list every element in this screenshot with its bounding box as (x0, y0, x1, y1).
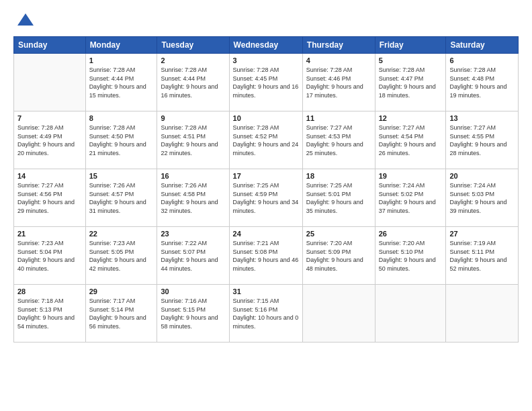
header-cell-sunday: Sunday (14, 37, 86, 54)
day-number: 7 (17, 114, 82, 122)
day-number: 18 (306, 172, 371, 180)
day-number: 1 (89, 56, 154, 64)
day-info: Sunrise: 7:28 AMSunset: 4:44 PMDaylight:… (89, 66, 154, 99)
day-number: 31 (233, 287, 299, 295)
day-info: Sunrise: 7:26 AMSunset: 4:58 PMDaylight:… (161, 181, 225, 215)
day-cell: 27Sunrise: 7:19 AMSunset: 5:11 PMDayligh… (446, 227, 519, 285)
logo-icon (16, 11, 35, 30)
day-info: Sunrise: 7:15 AMSunset: 5:16 PMDaylight:… (233, 297, 299, 330)
header-cell-tuesday: Tuesday (157, 37, 229, 54)
day-cell: 5Sunrise: 7:28 AMSunset: 4:47 PMDaylight… (375, 54, 446, 111)
day-cell (14, 54, 86, 111)
day-info: Sunrise: 7:23 AMSunset: 5:05 PMDaylight:… (89, 239, 154, 273)
day-cell: 1Sunrise: 7:28 AMSunset: 4:44 PMDaylight… (85, 54, 157, 111)
day-cell: 26Sunrise: 7:20 AMSunset: 5:10 PMDayligh… (375, 227, 446, 285)
day-info: Sunrise: 7:16 AMSunset: 5:15 PMDaylight:… (161, 297, 225, 330)
day-info: Sunrise: 7:28 AMSunset: 4:49 PMDaylight:… (17, 124, 82, 157)
day-cell: 17Sunrise: 7:25 AMSunset: 4:59 PMDayligh… (229, 169, 302, 227)
day-info: Sunrise: 7:28 AMSunset: 4:46 PMDaylight:… (306, 66, 371, 99)
day-cell: 15Sunrise: 7:26 AMSunset: 4:57 PMDayligh… (85, 169, 157, 227)
day-cell: 6Sunrise: 7:28 AMSunset: 4:48 PMDaylight… (446, 54, 519, 111)
day-number: 24 (233, 230, 299, 238)
day-info: Sunrise: 7:27 AMSunset: 4:54 PMDaylight:… (379, 124, 443, 157)
day-number: 26 (379, 230, 443, 238)
week-row-2: 7Sunrise: 7:28 AMSunset: 4:49 PMDaylight… (14, 111, 519, 169)
day-cell: 14Sunrise: 7:27 AMSunset: 4:56 PMDayligh… (14, 169, 86, 227)
week-row-4: 21Sunrise: 7:23 AMSunset: 5:04 PMDayligh… (14, 227, 519, 285)
day-number: 25 (306, 230, 371, 238)
day-cell: 28Sunrise: 7:18 AMSunset: 5:13 PMDayligh… (14, 285, 86, 342)
day-cell: 25Sunrise: 7:20 AMSunset: 5:09 PMDayligh… (302, 227, 375, 285)
day-cell: 11Sunrise: 7:27 AMSunset: 4:53 PMDayligh… (302, 111, 375, 169)
day-number: 21 (17, 230, 82, 238)
header-cell-monday: Monday (85, 37, 157, 54)
day-number: 27 (449, 230, 515, 238)
day-info: Sunrise: 7:27 AMSunset: 4:53 PMDaylight:… (306, 124, 371, 157)
day-cell (302, 285, 375, 342)
day-number: 20 (449, 172, 515, 180)
logo (13, 11, 35, 30)
day-info: Sunrise: 7:28 AMSunset: 4:51 PMDaylight:… (161, 124, 225, 157)
day-info: Sunrise: 7:27 AMSunset: 4:56 PMDaylight:… (17, 181, 82, 215)
day-info: Sunrise: 7:28 AMSunset: 4:48 PMDaylight:… (449, 66, 515, 99)
day-cell: 31Sunrise: 7:15 AMSunset: 5:16 PMDayligh… (229, 285, 302, 342)
day-cell (446, 285, 519, 342)
day-info: Sunrise: 7:22 AMSunset: 5:07 PMDaylight:… (161, 239, 225, 273)
day-number: 3 (233, 56, 299, 64)
page: SundayMondayTuesdayWednesdayThursdayFrid… (0, 0, 532, 411)
day-info: Sunrise: 7:20 AMSunset: 5:09 PMDaylight:… (306, 239, 371, 273)
day-cell: 19Sunrise: 7:24 AMSunset: 5:02 PMDayligh… (375, 169, 446, 227)
day-cell: 3Sunrise: 7:28 AMSunset: 4:45 PMDaylight… (229, 54, 302, 111)
day-cell (375, 285, 446, 342)
header-row: SundayMondayTuesdayWednesdayThursdayFrid… (14, 37, 519, 54)
day-number: 22 (89, 230, 154, 238)
day-number: 8 (89, 114, 154, 122)
day-number: 11 (306, 114, 371, 122)
day-info: Sunrise: 7:17 AMSunset: 5:14 PMDaylight:… (89, 297, 154, 330)
day-info: Sunrise: 7:28 AMSunset: 4:45 PMDaylight:… (233, 66, 299, 99)
week-row-1: 1Sunrise: 7:28 AMSunset: 4:44 PMDaylight… (14, 54, 519, 111)
calendar-table: SundayMondayTuesdayWednesdayThursdayFrid… (13, 36, 519, 342)
day-number: 12 (379, 114, 443, 122)
day-info: Sunrise: 7:28 AMSunset: 4:44 PMDaylight:… (161, 66, 225, 99)
day-number: 5 (379, 56, 443, 64)
day-cell: 10Sunrise: 7:28 AMSunset: 4:52 PMDayligh… (229, 111, 302, 169)
day-number: 30 (161, 287, 225, 295)
day-number: 16 (161, 172, 225, 180)
day-cell: 2Sunrise: 7:28 AMSunset: 4:44 PMDaylight… (157, 54, 229, 111)
day-cell: 4Sunrise: 7:28 AMSunset: 4:46 PMDaylight… (302, 54, 375, 111)
day-number: 10 (233, 114, 299, 122)
day-info: Sunrise: 7:21 AMSunset: 5:08 PMDaylight:… (233, 239, 299, 273)
day-cell: 21Sunrise: 7:23 AMSunset: 5:04 PMDayligh… (14, 227, 86, 285)
day-number: 23 (161, 230, 225, 238)
day-info: Sunrise: 7:28 AMSunset: 4:47 PMDaylight:… (379, 66, 443, 99)
header-cell-saturday: Saturday (446, 37, 519, 54)
day-number: 2 (161, 56, 225, 64)
day-number: 6 (449, 56, 515, 64)
svg-marker-0 (17, 13, 34, 26)
day-cell: 12Sunrise: 7:27 AMSunset: 4:54 PMDayligh… (375, 111, 446, 169)
day-cell: 7Sunrise: 7:28 AMSunset: 4:49 PMDaylight… (14, 111, 86, 169)
day-info: Sunrise: 7:28 AMSunset: 4:52 PMDaylight:… (233, 124, 299, 157)
day-cell: 22Sunrise: 7:23 AMSunset: 5:05 PMDayligh… (85, 227, 157, 285)
day-info: Sunrise: 7:23 AMSunset: 5:04 PMDaylight:… (17, 239, 82, 273)
day-cell: 30Sunrise: 7:16 AMSunset: 5:15 PMDayligh… (157, 285, 229, 342)
day-info: Sunrise: 7:25 AMSunset: 4:59 PMDaylight:… (233, 181, 299, 215)
day-cell: 24Sunrise: 7:21 AMSunset: 5:08 PMDayligh… (229, 227, 302, 285)
week-row-3: 14Sunrise: 7:27 AMSunset: 4:56 PMDayligh… (14, 169, 519, 227)
day-cell: 18Sunrise: 7:25 AMSunset: 5:01 PMDayligh… (302, 169, 375, 227)
day-cell: 9Sunrise: 7:28 AMSunset: 4:51 PMDaylight… (157, 111, 229, 169)
day-number: 4 (306, 56, 371, 64)
day-cell: 20Sunrise: 7:24 AMSunset: 5:03 PMDayligh… (446, 169, 519, 227)
day-cell: 29Sunrise: 7:17 AMSunset: 5:14 PMDayligh… (85, 285, 157, 342)
day-number: 15 (89, 172, 154, 180)
day-info: Sunrise: 7:19 AMSunset: 5:11 PMDaylight:… (449, 239, 515, 273)
header (13, 11, 519, 30)
day-number: 14 (17, 172, 82, 180)
week-row-5: 28Sunrise: 7:18 AMSunset: 5:13 PMDayligh… (14, 285, 519, 342)
header-cell-wednesday: Wednesday (229, 37, 302, 54)
day-info: Sunrise: 7:24 AMSunset: 5:03 PMDaylight:… (449, 181, 515, 215)
day-number: 13 (449, 114, 515, 122)
day-cell: 8Sunrise: 7:28 AMSunset: 4:50 PMDaylight… (85, 111, 157, 169)
day-info: Sunrise: 7:27 AMSunset: 4:55 PMDaylight:… (449, 124, 515, 157)
